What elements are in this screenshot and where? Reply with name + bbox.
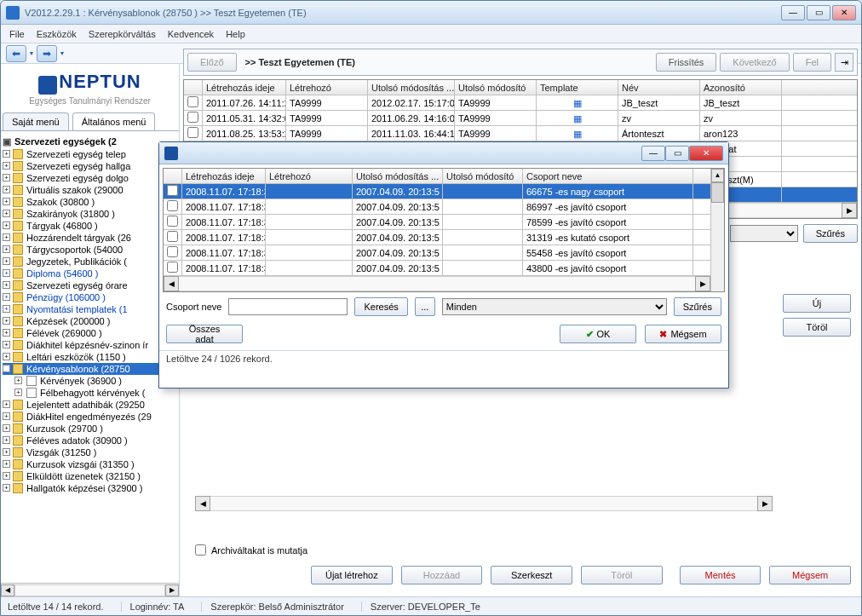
col-modified[interactable]: Utolsó módosítás ... — [368, 80, 455, 95]
new-button[interactable]: Új — [783, 294, 851, 313]
col-created[interactable]: Létrehozás ideje — [203, 80, 286, 95]
table-row[interactable]: 2011.08.25. 13:53:2TA99992011.11.03. 16:… — [184, 126, 857, 141]
tree-item[interactable]: +Félévek (269000 ) — [3, 327, 177, 339]
scroll-right-icon[interactable]: ▶ — [695, 276, 710, 291]
search-button[interactable]: Keresés — [354, 297, 407, 316]
tree-item[interactable]: +Képzések (200000 ) — [3, 315, 177, 327]
tree-item[interactable]: +Szervezeti egység órare — [3, 279, 177, 291]
ok-button[interactable]: OK — [560, 325, 636, 343]
prev-button[interactable]: Előző — [187, 53, 237, 72]
col-creator[interactable]: Létrehozó — [286, 80, 368, 95]
col-template[interactable]: Template — [537, 80, 618, 95]
tab-general-menu[interactable]: Általános menü — [72, 112, 156, 130]
col-modifier[interactable]: Utolsó módosító — [455, 80, 537, 95]
mcol-checkbox[interactable] — [164, 169, 182, 183]
table-row[interactable]: 2008.11.07. 17:18:32007.04.09. 20:13:566… — [164, 184, 724, 199]
tree-item[interactable]: +Diploma (54600 ) — [3, 268, 177, 279]
tree-scrollbar[interactable]: ◀ ▶ — [1, 583, 179, 596]
add-button[interactable]: Hozzáad — [401, 566, 483, 584]
table-row[interactable]: 2011.07.26. 14:11:2TA99992012.02.17. 15:… — [184, 95, 857, 111]
delete-button[interactable]: Töröl — [783, 318, 851, 337]
mcol-created[interactable]: Létrehozás ideje — [182, 169, 266, 183]
minimize-button[interactable]: — — [781, 5, 805, 20]
mcol-modifier[interactable]: Utolsó módosító — [443, 169, 523, 183]
tree-item[interactable]: +Szervezeti egység telep — [3, 148, 177, 160]
del-button[interactable]: Töröl — [581, 566, 663, 584]
tree-item[interactable]: +Szakok (30800 ) — [3, 196, 177, 208]
template-icon[interactable]: ▦ — [573, 127, 582, 141]
forward-dropdown-icon[interactable]: ▾ — [60, 49, 64, 57]
tree-item[interactable]: +Jegyzetek, Publikációk ( — [3, 256, 177, 268]
dialog-close-button[interactable]: ✕ — [689, 146, 723, 161]
tree-item[interactable]: +Kurzusok vizsgái (31350 ) — [3, 458, 177, 470]
menu-help[interactable]: Help — [226, 29, 245, 39]
secondary-hscroll[interactable]: ◀ ▶ — [195, 496, 773, 511]
forward-button[interactable]: ➡ — [37, 45, 57, 62]
dialog-minimize-button[interactable]: — — [641, 146, 665, 161]
tree-item[interactable]: +Félbehagyott kérvények ( — [3, 387, 177, 399]
filter-field-select[interactable] — [730, 225, 798, 242]
up-button[interactable]: Fel — [793, 53, 831, 72]
table-row[interactable]: 2008.11.07. 17:18:32007.04.09. 20:13:578… — [164, 215, 724, 230]
dialog-maximize-button[interactable]: ▭ — [665, 146, 689, 161]
next-button[interactable]: Következő — [720, 53, 789, 72]
back-dropdown-icon[interactable]: ▾ — [30, 49, 33, 57]
tree-item[interactable]: +Leltári eszközök (1150 ) — [3, 351, 177, 363]
mcol-groupname[interactable]: Csoport neve — [523, 169, 693, 183]
table-row[interactable]: 2011.05.31. 14:32:0TA99992011.06.29. 14:… — [184, 111, 857, 126]
col-id[interactable]: Azonosító — [700, 80, 782, 95]
scroll-left-icon[interactable]: ◀ — [1, 584, 14, 596]
dialog-grid[interactable]: Létrehozás ideje Létrehozó Utolsó módosí… — [163, 168, 725, 292]
grid-scroll-right-icon[interactable]: ▶ — [842, 203, 857, 218]
menu-role[interactable]: Szerepkörváltás — [89, 29, 156, 39]
scroll-right-icon[interactable]: ▶ — [757, 496, 773, 511]
scroll-right-icon[interactable]: ▶ — [165, 584, 179, 596]
scroll-left-icon[interactable]: ◀ — [164, 276, 179, 291]
all-data-button[interactable]: Összes adat — [166, 325, 243, 343]
create-button[interactable]: Újat létrehoz — [311, 566, 393, 584]
nav-tree[interactable]: Szervezeti egységek (2 +Szervezeti egysé… — [1, 131, 179, 583]
tree-item[interactable]: +DiákHitel engedményezés (29 — [3, 411, 177, 423]
edit-button[interactable]: Szerkeszt — [491, 566, 572, 584]
tree-item[interactable]: -Kérvénysablonok (28750 — [3, 363, 177, 375]
back-button[interactable]: ⬅ — [6, 45, 26, 62]
template-icon[interactable]: ▦ — [573, 112, 582, 125]
groupname-input[interactable] — [228, 298, 348, 315]
menu-file[interactable]: File — [9, 29, 25, 39]
tree-item[interactable]: +Tárgycsoportok (54000 — [3, 244, 177, 256]
tree-root[interactable]: Szervezeti egységek (2 — [3, 135, 177, 148]
pin-icon[interactable]: ⇥ — [835, 53, 853, 72]
dialog-hscroll[interactable]: ◀ ▶ — [164, 276, 710, 291]
menu-tools[interactable]: Eszközök — [37, 29, 77, 39]
mcol-modified[interactable]: Utolsó módosítás ... — [353, 169, 443, 183]
table-row[interactable]: 2008.11.07. 17:18:32007.04.09. 20:13:543… — [164, 261, 724, 276]
save-button[interactable]: Mentés — [680, 566, 761, 584]
mcol-creator[interactable]: Létrehozó — [266, 169, 353, 183]
tree-item[interactable]: +Féléves adatok (30900 ) — [3, 435, 177, 446]
maximize-button[interactable]: ▭ — [807, 5, 830, 20]
tree-item[interactable]: +Elküldött üzenetek (32150 ) — [3, 470, 177, 482]
table-row[interactable]: 2008.11.07. 17:18:32007.04.09. 20:13:586… — [164, 199, 724, 215]
tree-item[interactable]: +Szervezeti egység hallga — [3, 160, 177, 172]
tree-item[interactable]: +Lejelentett adathibák (29250 — [3, 399, 177, 411]
scope-select[interactable]: Minden — [442, 298, 667, 315]
tree-item[interactable]: +Vizsgák (31250 ) — [3, 446, 177, 458]
template-icon[interactable]: ▦ — [573, 96, 582, 110]
tree-item[interactable]: +Kurzusok (29700 ) — [3, 423, 177, 435]
tree-item[interactable]: +Szakirányok (31800 ) — [3, 208, 177, 220]
more-button[interactable]: ... — [415, 297, 435, 316]
archive-checkbox[interactable] — [195, 544, 206, 556]
tree-item[interactable]: +Tárgyak (46800 ) — [3, 220, 177, 232]
table-row[interactable]: 2008.11.07. 17:18:32007.04.09. 20:13:531… — [164, 230, 724, 245]
tree-item[interactable]: +Nyomtatási templatek (1 — [3, 303, 177, 315]
close-button[interactable]: ✕ — [832, 5, 856, 20]
col-name[interactable]: Név — [618, 80, 700, 95]
tab-own-menu[interactable]: Saját menü — [3, 112, 69, 130]
tree-item[interactable]: +Szervezeti egység dolgo — [3, 172, 177, 184]
col-checkbox[interactable] — [184, 80, 203, 95]
table-row[interactable]: 2008.11.07. 17:18:32007.04.09. 20:13:555… — [164, 245, 724, 261]
tree-item[interactable]: +Pénzügy (106000 ) — [3, 291, 177, 303]
dialog-cancel-button[interactable]: Mégsem — [645, 325, 721, 343]
scroll-up-icon[interactable]: ▲ — [711, 169, 724, 182]
dialog-vscroll[interactable]: ▲ — [710, 169, 724, 291]
